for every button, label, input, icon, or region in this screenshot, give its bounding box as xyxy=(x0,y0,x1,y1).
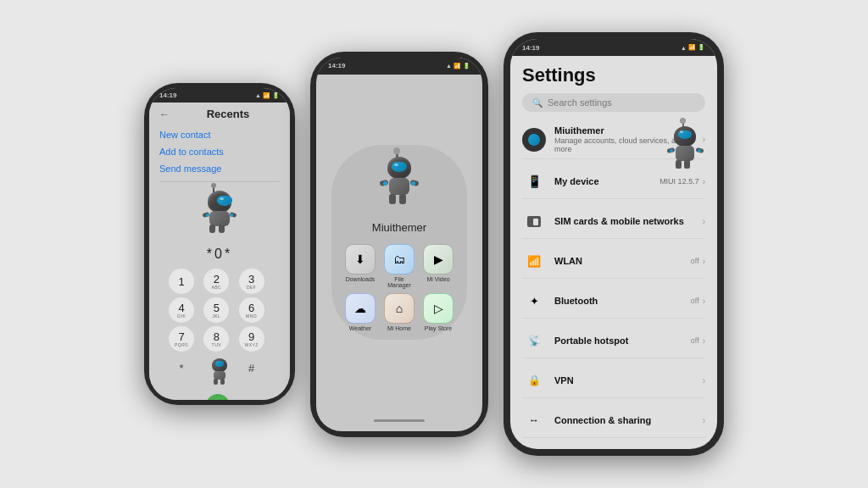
mascot-bottom xyxy=(203,358,235,389)
vpn-icon: 🔒 xyxy=(528,374,541,386)
settings-item-hotspot[interactable]: 📡 Portable hotspot off › xyxy=(522,324,705,358)
mihome-label: Mi Home xyxy=(387,325,411,331)
settings-title: Settings xyxy=(522,64,705,86)
launcher-mascot xyxy=(374,153,425,214)
settings-item-bluetooth[interactable]: ✦ Bluetooth off › xyxy=(522,284,705,319)
app-item-mihome[interactable]: ⌂ Mi Home xyxy=(382,293,416,331)
mivideo-label: Mi Video xyxy=(426,276,449,282)
app-item-filemanager[interactable]: 🗂 File Manager xyxy=(382,244,416,288)
miuithemer-right: › xyxy=(703,135,705,144)
home-content: Miuithemer ⬇ Downloads 🗂 File Manager xyxy=(316,75,482,411)
dial-key-7[interactable]: 7PQRS xyxy=(169,326,194,352)
mydevice-info: My device xyxy=(554,176,651,186)
settings-item-connection[interactable]: ↔ Connection & sharing › xyxy=(522,403,705,438)
playstore-label: Play Store xyxy=(425,325,452,331)
vpn-info: VPN xyxy=(554,375,694,385)
hotspot-icon-wrap: 📡 xyxy=(522,329,546,352)
mivideo-icon: ▶ xyxy=(434,252,443,266)
chevron-icon-5: › xyxy=(703,297,705,306)
hotspot-status: off xyxy=(691,336,699,345)
playstore-icon-wrap: ▷ xyxy=(423,293,453,324)
home-bottom-bar xyxy=(316,411,482,431)
sim-right: › xyxy=(703,217,705,226)
wallpaper-icon-wrap: 🖼 xyxy=(522,448,546,449)
search-icon: 🔍 xyxy=(532,98,542,108)
mascot-visor xyxy=(217,196,232,206)
playstore-icon: ▷ xyxy=(434,302,443,315)
device-icon: 📱 xyxy=(522,169,546,193)
back-button[interactable]: ← xyxy=(159,108,170,120)
search-placeholder-text: Search settings xyxy=(548,97,612,108)
app-item-weather[interactable]: ☁ Weather xyxy=(343,293,377,331)
bluetooth-icon: ✦ xyxy=(530,295,539,308)
bluetooth-icon-wrap: ✦ xyxy=(522,289,546,313)
sim-card-icon xyxy=(527,216,541,227)
weather-icon: ☁ xyxy=(354,302,366,315)
hotspot-icon: 📡 xyxy=(528,335,541,347)
mascot-dot-right xyxy=(230,214,233,217)
filemanager-icon: 🗂 xyxy=(393,252,405,266)
downloads-label: Downloads xyxy=(346,276,376,282)
dial-key-hash[interactable]: # xyxy=(239,355,264,380)
time-phone3: 14:19 xyxy=(522,44,539,52)
new-contact-link[interactable]: New contact xyxy=(159,127,280,142)
mascot-head xyxy=(208,191,231,213)
dialpad-bottom: * # xyxy=(169,355,270,392)
recents-header: ← Recents xyxy=(159,108,280,120)
recents-title: Recents xyxy=(176,108,280,120)
hotspot-info: Portable hotspot xyxy=(554,336,682,346)
settings-item-wlan[interactable]: 📶 WLAN off › xyxy=(522,244,705,279)
miui-version-badge: MIUI 12.5.7 xyxy=(659,177,699,186)
status-bar-phone1: 14:19 ▲ 📶 🔋 xyxy=(149,88,290,103)
chevron-icon-2: › xyxy=(703,177,705,186)
dial-key-2[interactable]: 2ABC xyxy=(203,269,229,294)
miuithemer-icon xyxy=(522,128,546,152)
miuithemer-info: Miuithemer Manage accounts, cloud servic… xyxy=(554,125,694,153)
settings-item-miuithemer[interactable]: Miuithemer Manage accounts, cloud servic… xyxy=(522,120,705,159)
send-message-link[interactable]: Send message xyxy=(159,161,280,176)
dial-key-star[interactable]: * xyxy=(169,355,194,380)
settings-item-wallpaper[interactable]: 🖼 Wallpaper & personalization › xyxy=(522,443,705,449)
wlan-info: WLAN xyxy=(554,256,682,266)
dial-key-8[interactable]: 8TUV xyxy=(203,326,229,352)
mivideo-icon-wrap: ▶ xyxy=(423,244,453,274)
status-icons-phone2: ▲ 📶 🔋 xyxy=(446,63,470,69)
vpn-icon-wrap: 🔒 xyxy=(522,369,546,392)
downloads-icon: ⬇ xyxy=(355,252,365,266)
mydevice-title: My device xyxy=(554,176,651,186)
settings-search-bar[interactable]: 🔍 Search settings xyxy=(522,93,705,112)
dial-display: *0* xyxy=(207,247,232,262)
time-phone1: 14:19 xyxy=(159,92,176,99)
app-item-playstore[interactable]: ▷ Play Store xyxy=(421,293,455,331)
dial-key-1[interactable]: 1 xyxy=(169,269,194,294)
dial-key-5[interactable]: 5JKL xyxy=(203,297,229,323)
launcher-label: Miuithemer xyxy=(372,221,426,234)
app-item-mivideo[interactable]: ▶ Mi Video xyxy=(421,244,455,288)
settings-item-vpn[interactable]: 🔒 VPN › xyxy=(522,363,705,398)
mascot-dot-left xyxy=(206,214,209,217)
connection-icon: ↔ xyxy=(529,414,539,426)
divider xyxy=(159,181,280,182)
miuithemer-sub: Manage accounts, cloud services, and mor… xyxy=(554,136,694,153)
chevron-icon-7: › xyxy=(703,376,705,385)
dial-key-3[interactable]: 3DEF xyxy=(239,269,264,294)
bluetooth-right: off › xyxy=(691,297,705,306)
settings-item-sim[interactable]: SIM cards & mobile networks › xyxy=(522,204,705,239)
connection-info: Connection & sharing xyxy=(554,415,694,425)
home-indicator xyxy=(374,419,425,422)
app-grid: ⬇ Downloads 🗂 File Manager ▶ xyxy=(343,244,455,331)
sim-icon-wrap xyxy=(522,209,546,233)
connection-icon-wrap: ↔ xyxy=(522,408,546,432)
connection-right: › xyxy=(703,416,705,425)
dial-key-6[interactable]: 6MNO xyxy=(239,297,264,323)
wlan-icon-wrap: 📶 xyxy=(522,249,546,273)
vpn-right: › xyxy=(703,376,705,385)
app-item-downloads[interactable]: ⬇ Downloads xyxy=(343,244,377,288)
dial-key-4[interactable]: 4GHI xyxy=(169,297,194,323)
settings-item-mydevice[interactable]: 📱 My device MIUI 12.5.7 › xyxy=(522,164,705,199)
filemanager-label: File Manager xyxy=(382,276,416,288)
nav-bar: ☰ 📞 ⌨ xyxy=(149,397,290,400)
add-to-contacts-link[interactable]: Add to contacts xyxy=(159,144,280,159)
bluetooth-info: Bluetooth xyxy=(554,296,682,306)
dial-key-9[interactable]: 9WXYZ xyxy=(239,326,264,352)
